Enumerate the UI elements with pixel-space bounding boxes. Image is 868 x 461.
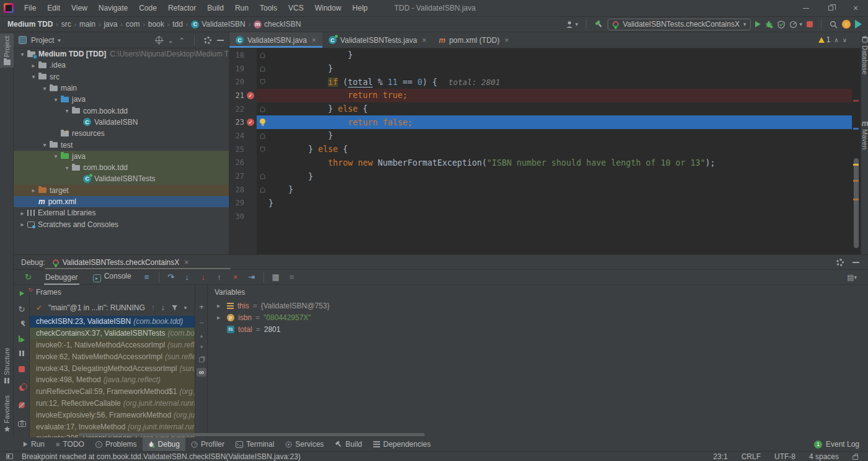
line-number[interactable]: 21 (229, 91, 244, 100)
project-panel-title[interactable]: Project (31, 36, 54, 45)
frame-row[interactable]: checkISBN:23, ValidateISBN(com.book.tdd) (30, 316, 195, 328)
inspection-widget[interactable]: 1 ∧ ∨ (818, 35, 847, 44)
menu-code[interactable]: Code (133, 4, 162, 12)
reload-classes-icon[interactable]: ↻ (14, 305, 30, 314)
step-into-icon[interactable]: ↓ (179, 272, 195, 282)
expand-all-icon[interactable]: ⌄ (168, 37, 174, 43)
close-icon[interactable]: × (184, 258, 188, 267)
variable-row[interactable]: ▸ this = {ValidateISBN@753} (208, 300, 868, 311)
fold-marker-icon[interactable] (260, 133, 265, 139)
evaluate-expression-icon[interactable]: ▦ (268, 272, 284, 282)
duplicate-watch-icon[interactable] (195, 356, 208, 364)
collapse-all-icon[interactable]: ⌃ (179, 37, 185, 43)
fold-marker-icon[interactable] (260, 79, 265, 85)
chevron-down-icon[interactable]: ▾ (184, 305, 187, 311)
thread-selector[interactable]: ✓ "main"@1 in ...in": RUNNING ↑ ↓ ▾ (30, 300, 195, 316)
toolwindow-toggle-icon[interactable] (6, 454, 13, 459)
event-log-button[interactable]: 1 Event Log (814, 440, 859, 449)
tree-item-test-package[interactable]: ▾ com.book.tdd (14, 162, 229, 173)
tab-validateisbntests-java[interactable]: C ValidateISBNTests.java × (322, 32, 433, 48)
variable-row[interactable]: 01 total = 2801 (208, 323, 868, 335)
search-everywhere-button[interactable] (830, 20, 838, 29)
fold-marker-icon[interactable] (260, 66, 265, 72)
chevron-down-icon[interactable]: ▾ (40, 141, 50, 148)
frame-row[interactable]: checkContainsX:37, ValidateISBNTests(com… (30, 328, 195, 339)
chevron-right-icon[interactable]: ▸ (29, 62, 38, 69)
thread-dump-camera-icon[interactable] (14, 420, 30, 427)
chevron-right-icon[interactable]: ▸ (17, 221, 27, 228)
menu-build[interactable]: Build (202, 4, 229, 12)
frame-row[interactable]: run:12, ReflectiveCallable(org.junit.int… (30, 398, 195, 410)
frame-row[interactable]: invoke:43, DelegatingMethodAccessorImpl(… (30, 362, 195, 374)
tree-item-src[interactable]: ▾ src (14, 71, 229, 83)
breakpoint-icon[interactable]: ✓ (247, 92, 254, 99)
fold-marker-icon[interactable] (260, 187, 265, 193)
show-watches-glasses-icon[interactable]: ∞ (197, 368, 206, 377)
breadcrumb-tdd[interactable]: tdd (172, 20, 183, 29)
stripe-mark-warning[interactable] (853, 164, 859, 166)
sidebar-database-stripe-button[interactable]: Database (861, 36, 868, 74)
stripe-mark[interactable] (853, 199, 859, 200)
editor-error-stripe[interactable] (852, 48, 861, 254)
ide-update-icon[interactable]: ↑ (842, 20, 851, 29)
jetbrains-toolbox-icon[interactable] (855, 20, 862, 29)
breadcrumb-java[interactable]: java (104, 20, 117, 29)
fold-marker-icon[interactable] (260, 106, 265, 112)
toolwindow-todo[interactable]: ≡TODO (50, 437, 90, 451)
minimize-button[interactable] (794, 0, 818, 16)
line-separator[interactable]: CRLF (742, 452, 761, 461)
force-step-into-icon[interactable]: ↓ (195, 272, 211, 282)
breadcrumb-project[interactable]: Medium TDD (7, 20, 53, 29)
menu-view[interactable]: View (66, 4, 93, 12)
chevron-right-icon[interactable]: ▸ (29, 187, 38, 194)
gear-icon[interactable] (836, 259, 844, 266)
tree-item-main[interactable]: ▾ main (14, 83, 229, 94)
pause-program-icon[interactable] (14, 351, 30, 356)
remove-watch-icon[interactable]: − (195, 318, 208, 328)
menu-file[interactable]: File (19, 4, 42, 12)
breadcrumb-main[interactable]: main (79, 20, 95, 29)
fold-marker-icon[interactable] (260, 52, 265, 58)
run-button[interactable] (755, 21, 761, 27)
step-over-icon[interactable]: ↷ (163, 272, 179, 282)
breadcrumb-class[interactable]: ValidateISBN (202, 20, 245, 29)
line-number[interactable]: 26 (229, 158, 244, 167)
line-number[interactable]: 23 (229, 118, 244, 127)
gear-icon[interactable] (204, 37, 211, 44)
tree-item-project-root[interactable]: ▾ Medium TDD [TDD] C:\Users\Nipuna\Deskt… (14, 48, 229, 60)
menu-help[interactable]: Help (347, 4, 373, 12)
fold-marker-icon[interactable] (260, 146, 265, 153)
build-project-button[interactable] (595, 20, 603, 29)
fold-marker-icon[interactable] (260, 173, 265, 179)
tree-item-idea[interactable]: ▸ .idea (14, 60, 229, 71)
menu-tools[interactable]: Tools (254, 4, 283, 12)
user-profile-button[interactable]: ▾ (565, 20, 578, 29)
stripe-mark[interactable] (853, 180, 859, 182)
next-problem-icon[interactable]: ∨ (843, 37, 847, 43)
run-configuration-select[interactable]: ValidateISBNTests.checkContainsX ▾ (608, 19, 751, 30)
frame-row[interactable]: runReflectiveCall:59, FrameworkMethod$1(… (30, 386, 195, 398)
tree-item-test[interactable]: ▾ test (14, 139, 229, 150)
breadcrumb-book[interactable]: book (148, 20, 164, 29)
hide-panel-icon[interactable] (852, 262, 859, 263)
caret-position[interactable]: 23:1 (713, 452, 727, 461)
debug-button[interactable] (765, 20, 773, 29)
run-with-coverage-button[interactable] (777, 20, 785, 29)
line-number[interactable]: 28 (229, 186, 244, 194)
tree-item-validateisbn-class[interactable]: C ValidateISBN (14, 117, 229, 128)
stripe-mark-breakpoint[interactable] (853, 100, 859, 102)
tree-item-validateisbntests-class[interactable]: C ValidateISBNTests (14, 173, 229, 184)
select-opened-file-icon[interactable] (156, 37, 162, 43)
file-encoding[interactable]: UTF-8 (774, 452, 795, 461)
horizontal-scrollbar[interactable] (79, 433, 425, 436)
tab-debugger[interactable]: Debugger (38, 273, 86, 282)
hide-panel-icon[interactable] (217, 40, 224, 41)
sidebar-structure-stripe-button[interactable]: Structure (0, 347, 14, 383)
tree-item-main-package[interactable]: ▾ com.book.tdd (14, 105, 229, 116)
breakpoint-icon[interactable]: ✓ (247, 119, 254, 126)
chevron-down-icon[interactable]: ▾ (51, 96, 61, 103)
chevron-down-icon[interactable]: ▾ (51, 153, 61, 159)
toolwindow-services[interactable]: Services (280, 437, 329, 451)
toolwindow-problems[interactable]: !Problems (90, 437, 143, 451)
menu-window[interactable]: Window (309, 4, 347, 12)
